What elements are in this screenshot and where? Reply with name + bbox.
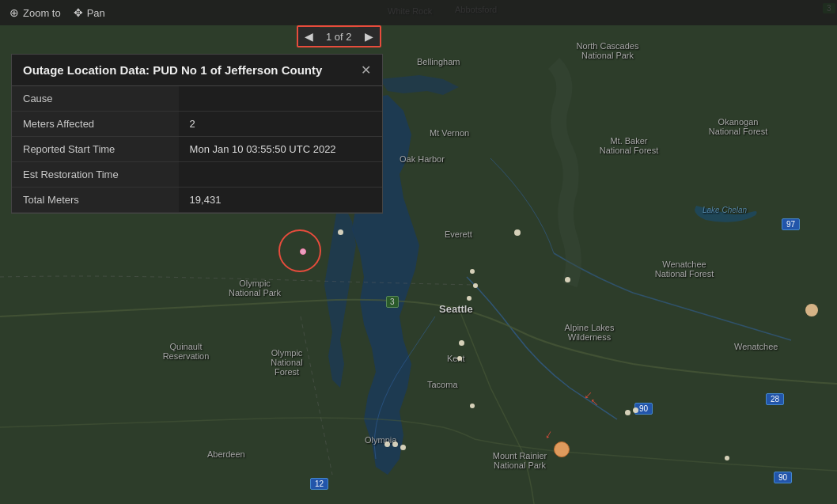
pagination-control: ◀ 1 of 2 ▶	[297, 25, 381, 47]
pan-label: Pan	[87, 7, 105, 19]
highway-3-badge: 3	[386, 296, 399, 308]
popup-close-button[interactable]: ✕	[361, 63, 371, 78]
highway-28-badge: 28	[766, 393, 784, 405]
highway-97-badge: 97	[782, 218, 800, 230]
field-value: 19,431	[179, 188, 382, 213]
pan-button[interactable]: ✥ Pan	[74, 6, 105, 19]
popup-title: Outage Location Data: PUD No 1 of Jeffer…	[23, 63, 322, 77]
field-value	[179, 86, 382, 112]
zoom-icon: ⊕	[9, 6, 19, 19]
popup-header: Outage Location Data: PUD No 1 of Jeffer…	[12, 55, 382, 86]
table-row: Est Restoration Time	[12, 162, 382, 188]
table-row: Cause	[12, 86, 382, 112]
prev-page-button[interactable]: ◀	[298, 27, 320, 46]
field-value: Mon Jan 10 03:55:50 UTC 2022	[179, 137, 382, 162]
table-row: Meters Affected2	[12, 112, 382, 137]
field-label: Meters Affected	[12, 112, 179, 137]
pan-icon: ✥	[74, 6, 83, 19]
next-page-button[interactable]: ▶	[358, 27, 380, 46]
page-indicator: 1 of 2	[320, 28, 358, 46]
toolbar: ⊕ Zoom to ✥ Pan	[0, 0, 837, 25]
highway-12-badge: 12	[310, 478, 328, 490]
table-row: Total Meters19,431	[12, 188, 382, 213]
highway-90-south-badge: 90	[774, 472, 792, 483]
field-label: Reported Start Time	[12, 137, 179, 162]
outage-data-table: CauseMeters Affected2Reported Start Time…	[12, 86, 382, 213]
field-label: Cause	[12, 86, 179, 112]
outage-popup: Outage Location Data: PUD No 1 of Jeffer…	[11, 54, 383, 214]
zoom-to-button[interactable]: ⊕ Zoom to	[9, 6, 61, 19]
highway-90-badge: 90	[634, 403, 653, 415]
table-row: Reported Start TimeMon Jan 10 03:55:50 U…	[12, 137, 382, 162]
field-label: Total Meters	[12, 188, 179, 213]
field-label: Est Restoration Time	[12, 162, 179, 188]
zoom-label: Zoom to	[23, 7, 61, 19]
field-value: 2	[179, 112, 382, 137]
field-value	[179, 162, 382, 188]
